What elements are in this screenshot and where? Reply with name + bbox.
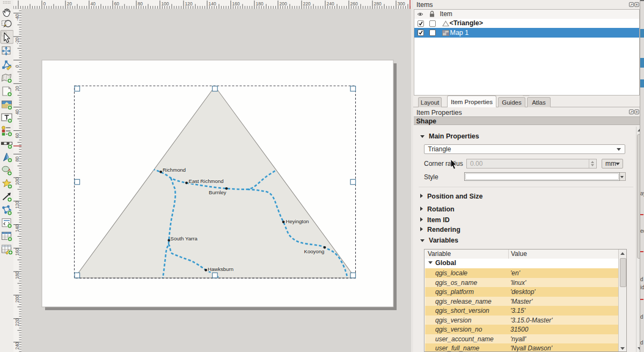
- svg-text:20: 20: [14, 86, 20, 91]
- svg-text:100: 100: [14, 178, 20, 185]
- svg-text:80: 80: [14, 156, 20, 162]
- svg-text:Burnley: Burnley: [209, 189, 226, 195]
- svg-text:160: 160: [232, 1, 240, 6]
- svg-text:240: 240: [14, 342, 20, 349]
- svg-text:260: 260: [350, 1, 358, 6]
- svg-text:200: 200: [14, 295, 20, 303]
- svg-text:180: 180: [14, 272, 20, 279]
- svg-text:40: 40: [91, 1, 96, 6]
- svg-text:220: 220: [14, 318, 20, 326]
- svg-text:140: 140: [14, 224, 20, 232]
- svg-text:East Richmond: East Richmond: [189, 178, 224, 184]
- svg-text:Richmond: Richmond: [163, 167, 186, 173]
- svg-text:220: 220: [303, 1, 311, 6]
- svg-text:0: 0: [43, 1, 46, 6]
- svg-text:280: 280: [374, 1, 382, 6]
- svg-text:100: 100: [162, 1, 169, 6]
- svg-text:160: 160: [14, 248, 20, 255]
- svg-text:80: 80: [138, 1, 143, 6]
- svg-text:Hawksburn: Hawksburn: [208, 266, 233, 272]
- svg-text:Kooyong: Kooyong: [304, 248, 325, 254]
- svg-text:South Yarra: South Yarra: [171, 236, 198, 241]
- svg-text:0: 0: [14, 65, 20, 68]
- svg-text:-40: -40: [14, 14, 20, 21]
- svg-text:Heyington: Heyington: [286, 218, 309, 224]
- svg-text:240: 240: [327, 1, 334, 6]
- svg-text:200: 200: [280, 1, 287, 6]
- svg-text:60: 60: [14, 133, 20, 138]
- svg-text:-20: -20: [14, 38, 20, 45]
- svg-text:20: 20: [67, 1, 72, 6]
- svg-text:140: 140: [209, 1, 216, 6]
- svg-text:40: 40: [14, 109, 20, 115]
- svg-text:300: 300: [398, 1, 405, 6]
- svg-text:60: 60: [114, 1, 120, 6]
- svg-text:180: 180: [256, 1, 264, 6]
- svg-text:120: 120: [185, 1, 193, 6]
- svg-text:120: 120: [14, 201, 20, 208]
